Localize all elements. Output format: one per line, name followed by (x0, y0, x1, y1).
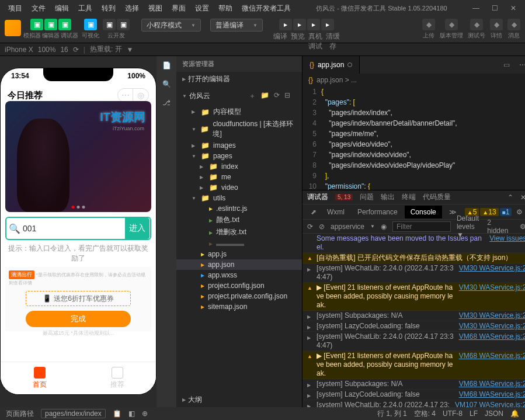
bell-icon[interactable]: 🔔 (510, 409, 519, 418)
console-log[interactable]: Some messages have been moved to the Iss… (303, 234, 525, 407)
action-清缓存[interactable]: ▸ (321, 19, 334, 30)
minimize-button[interactable]: — (469, 1, 483, 15)
tree-item[interactable]: ▸sitemap.json (176, 301, 302, 312)
new-file-icon[interactable]: ＋ (249, 91, 256, 101)
maximize-button[interactable]: ☐ (488, 1, 502, 15)
menu-项目[interactable]: 项目 (5, 1, 26, 16)
menu-工具[interactable]: 工具 (75, 1, 96, 16)
menu-文件[interactable]: 文件 (28, 1, 49, 16)
action-预览[interactable]: ▸ (293, 19, 306, 30)
hidden-count[interactable]: 2 hidden (487, 218, 508, 235)
enter-button[interactable]: 进入 (125, 218, 149, 239)
collapse-icon[interactable]: ⊟ (284, 91, 290, 101)
tree-item[interactable]: ▸app.wxss (176, 270, 302, 280)
issues-tab[interactable]: 问题 (360, 192, 374, 202)
zoom-select[interactable]: 100% (38, 46, 56, 54)
context-select[interactable]: appservice (331, 223, 364, 231)
close-tab-icon[interactable] (347, 63, 352, 67)
tree-item[interactable]: ▼📁cloudfunctions | [未选择环境] (176, 118, 302, 140)
open-editors-section[interactable]: ▶打开的编辑器 (176, 72, 302, 86)
eol[interactable]: LF (470, 409, 478, 418)
tree-item[interactable]: ▼📁utils (176, 193, 302, 203)
project-root[interactable]: ▼仿风云 ＋📁⟳⊟ (176, 86, 302, 106)
toolbar-button[interactable]: ▣ (30, 19, 43, 30)
tree-item[interactable]: ▶📁me (176, 172, 302, 182)
scene-icon[interactable]: ◧ (128, 409, 135, 418)
compile-mode-select[interactable]: 普通编译 (210, 19, 263, 32)
tree-item[interactable]: ▶📁index (176, 161, 302, 172)
device-select[interactable]: iPhone X (5, 46, 33, 54)
refresh-console-icon[interactable]: ⟳ (307, 223, 313, 231)
capsule-buttons[interactable]: ⋯◎ (117, 88, 149, 102)
action-真机调试[interactable]: ▸ (307, 19, 320, 30)
indent[interactable]: 空格: 4 (414, 409, 436, 419)
menu-微信开发者工具[interactable]: 微信开发者工具 (238, 1, 294, 16)
code-input[interactable] (23, 224, 125, 233)
action-icon[interactable]: ◆ (470, 19, 483, 30)
tree-item[interactable]: ▶📁images (176, 140, 302, 151)
debugger-tab[interactable]: 调试器 (307, 192, 328, 202)
inspect-icon[interactable]: ⬈ (307, 208, 320, 216)
menu-选择[interactable]: 选择 (121, 1, 142, 16)
program-mode-select[interactable]: 小程序模式 (141, 19, 201, 32)
menu-界面[interactable]: 界面 (168, 1, 189, 16)
toolbar-button[interactable]: ▣ (103, 19, 116, 30)
menu-帮助[interactable]: 帮助 (215, 1, 236, 16)
close-button[interactable]: ✕ (506, 1, 520, 15)
tree-item[interactable]: ▸project.config.json (176, 280, 302, 291)
new-folder-icon[interactable]: 📁 (260, 91, 269, 101)
rotate-icon[interactable]: ⟳ (73, 46, 79, 54)
close-panel-icon[interactable]: ✕ (520, 193, 525, 202)
page-path[interactable]: pages/index/index (41, 409, 106, 418)
complete-button[interactable]: 完成 (26, 311, 131, 327)
menu-转到[interactable]: 转到 (98, 1, 119, 16)
menu-视图[interactable]: 视图 (145, 1, 166, 16)
search-icon[interactable]: 🔍 (161, 78, 172, 90)
action-icon[interactable]: ◆ (490, 19, 503, 30)
ln-col[interactable]: 行 1, 列 1 (377, 409, 407, 419)
quality-tab[interactable]: 代码质量 (423, 192, 451, 202)
tab-app-json[interactable]: {}app.json (303, 56, 360, 74)
hero-banner[interactable]: IT资源网 iTziYuan.com (5, 101, 151, 212)
copy-icon[interactable]: 📋 (113, 409, 121, 418)
toolbar-button[interactable]: ▣ (58, 19, 71, 30)
tree-item[interactable]: ▸project.private.config.json (176, 291, 302, 301)
tree-item[interactable]: ▸app.js (176, 249, 302, 259)
lang-mode[interactable]: JSON (485, 409, 503, 418)
menu-设置[interactable]: 设置 (192, 1, 213, 16)
tree-item[interactable]: ▸增删改.txt (176, 226, 302, 238)
hot-reload-toggle[interactable]: 热重载: 开 (90, 44, 122, 54)
tree-item[interactable]: ▼📁pages (176, 151, 302, 161)
output-tab[interactable]: 输出 (381, 192, 395, 202)
tree-item[interactable]: ▸▬▬▬▬ (176, 238, 302, 249)
tree-item[interactable]: ▶📁内容模型 (176, 106, 302, 118)
explorer-icon[interactable]: 📄 (161, 60, 172, 71)
toolbar-button[interactable]: ▣ (44, 19, 57, 30)
wxml-tab[interactable]: Wxml (321, 206, 350, 218)
params-icon[interactable]: ⊕ (142, 409, 148, 418)
git-icon[interactable]: ⎇ (161, 97, 172, 109)
tree-item[interactable]: ▶📁video (176, 182, 302, 193)
tree-item[interactable]: ▸颜色.txt (176, 214, 302, 226)
action-icon[interactable]: ◆ (422, 19, 435, 30)
console-filter-input[interactable] (392, 221, 451, 232)
more-actions-icon[interactable]: ⋯ (514, 61, 525, 69)
toolbar-button[interactable]: ▣ (84, 19, 97, 30)
encoding[interactable]: UTF-8 (443, 409, 463, 418)
clear-icon[interactable]: ⊘ (319, 223, 325, 231)
phone-tab-首页[interactable]: 首页 (1, 362, 78, 394)
action-编译[interactable]: ▸ (279, 19, 292, 30)
console-tab[interactable]: Console (405, 206, 442, 218)
eye-icon[interactable]: ◉ (381, 223, 387, 231)
outline-section[interactable]: ▶大纲 (176, 393, 302, 407)
action-icon[interactable]: ◆ (445, 19, 458, 30)
breadcrumb[interactable]: {}app.json > ... (303, 74, 525, 86)
coupon[interactable]: 📱送您6折打车优惠券 (26, 291, 131, 306)
tree-item[interactable]: ▸.eslintrc.js (176, 203, 302, 214)
toolbar-button[interactable]: ▣ (117, 19, 130, 30)
tree-item[interactable]: ▸app.json (176, 259, 302, 270)
split-icon[interactable]: ▭ (499, 61, 514, 69)
action-icon[interactable]: ◆ (507, 19, 520, 30)
phone-tab-推荐[interactable]: 推荐 (78, 362, 156, 394)
code-content[interactable]: { "pages": [ "pages/index/index", "pages… (321, 86, 525, 190)
